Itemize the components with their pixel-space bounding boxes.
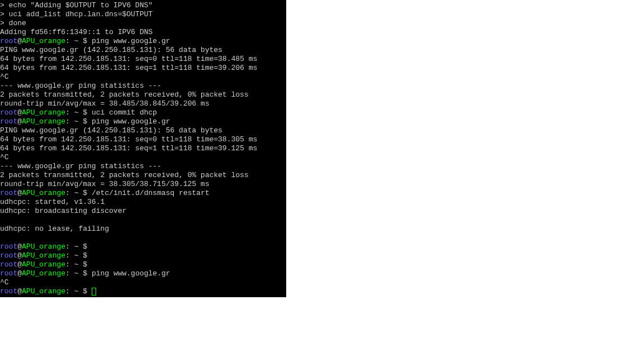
command-text: ping www.google.gr — [92, 269, 170, 278]
prompt-user: root — [0, 260, 17, 269]
terminal-prompt: root@APU_orange: ~ $ — [0, 242, 286, 251]
prompt-separator: : — [65, 287, 74, 296]
prompt-dollar: $ — [78, 117, 91, 126]
terminal-output-line: PING www.google.gr (142.250.185.131): 56… — [0, 46, 286, 55]
prompt-user: root — [0, 251, 17, 260]
prompt-user: root — [0, 108, 17, 117]
prompt-at: @ — [17, 189, 22, 197]
prompt-dollar: $ — [78, 108, 91, 117]
terminal-output-line: round-trip min/avg/max = 38.305/38.715/3… — [0, 180, 286, 189]
prompt-at: @ — [17, 108, 22, 117]
terminal-output-line: 2 packets transmitted, 2 packets receive… — [0, 90, 286, 99]
prompt-host: APU_orange — [22, 189, 65, 197]
prompt-separator: : — [65, 108, 74, 117]
terminal-output-line: udhcpc: started, v1.36.1 — [0, 198, 286, 207]
prompt-separator: : — [65, 189, 74, 197]
terminal-output-line: udhcpc: no lease, failing — [0, 225, 286, 234]
cursor-icon — [92, 288, 96, 296]
terminal-prompt: root@APU_orange: ~ $ — [0, 251, 286, 260]
terminal-window[interactable]: > echo "Adding $OUTPUT to IPV6 DNS"> uci… — [0, 0, 286, 297]
prompt-host: APU_orange — [22, 117, 65, 126]
terminal-prompt: root@APU_orange: ~ $ ping www.google.gr — [0, 269, 286, 278]
command-text: /etc/init.d/dnsmasq restart — [92, 189, 210, 197]
prompt-separator: : — [65, 260, 74, 269]
prompt-at: @ — [17, 269, 22, 278]
prompt-separator: : — [65, 117, 74, 126]
prompt-at: @ — [17, 117, 22, 126]
terminal-prompt: root@APU_orange: ~ $ ping www.google.gr — [0, 117, 286, 126]
prompt-user: root — [0, 242, 17, 251]
terminal-output-line: PING www.google.gr (142.250.185.131): 56… — [0, 126, 286, 135]
terminal-output-line: ^C — [0, 153, 286, 162]
prompt-dollar: $ — [78, 189, 91, 197]
prompt-user: root — [0, 287, 17, 296]
terminal-output-line: 64 bytes from 142.250.185.131: seq=1 ttl… — [0, 144, 286, 153]
terminal-blank-line — [0, 216, 286, 225]
terminal-output-line: > done — [0, 19, 286, 28]
prompt-user: root — [0, 269, 17, 278]
terminal-output-line: --- www.google.gr ping statistics --- — [0, 162, 286, 171]
terminal-blank-line — [0, 234, 286, 242]
terminal-output-line: ^C — [0, 73, 286, 82]
prompt-user: root — [0, 117, 17, 126]
command-text: ping www.google.gr — [92, 117, 170, 126]
prompt-dollar: $ — [78, 37, 91, 45]
terminal-prompt-active[interactable]: root@APU_orange: ~ $ — [0, 287, 286, 296]
prompt-user: root — [0, 37, 17, 45]
terminal-output-line: ^C — [0, 278, 286, 287]
prompt-dollar: $ — [78, 260, 91, 269]
command-text: ping www.google.gr — [92, 37, 170, 45]
terminal-prompt: root@APU_orange: ~ $ ping www.google.gr — [0, 37, 286, 46]
command-text: uci commit dhcp — [92, 108, 157, 117]
prompt-at: @ — [17, 287, 22, 296]
terminal-prompt: root@APU_orange: ~ $ — [0, 260, 286, 269]
prompt-separator: : — [65, 251, 74, 260]
prompt-dollar: $ — [78, 242, 91, 251]
prompt-at: @ — [17, 251, 22, 260]
terminal-output-line: > echo "Adding $OUTPUT to IPV6 DNS" — [0, 1, 286, 10]
prompt-at: @ — [17, 242, 22, 251]
terminal-output-line: --- www.google.gr ping statistics --- — [0, 82, 286, 90]
terminal-output-line: 2 packets transmitted, 2 packets receive… — [0, 171, 286, 180]
prompt-dollar: $ — [78, 269, 91, 278]
prompt-dollar: $ — [78, 287, 91, 296]
terminal-prompt: root@APU_orange: ~ $ uci commit dhcp — [0, 108, 286, 117]
prompt-host: APU_orange — [22, 260, 65, 269]
prompt-separator: : — [65, 37, 74, 45]
prompt-host: APU_orange — [22, 37, 65, 45]
prompt-host: APU_orange — [22, 251, 65, 260]
terminal-output-line: Adding fd56:ff6:1349::1 to IPV6 DNS — [0, 28, 286, 37]
terminal-output-line: round-trip min/avg/max = 38.485/38.845/3… — [0, 99, 286, 108]
terminal-output-line: 64 bytes from 142.250.185.131: seq=0 ttl… — [0, 55, 286, 64]
prompt-user: root — [0, 189, 17, 197]
prompt-host: APU_orange — [22, 287, 65, 296]
terminal-output-line: 64 bytes from 142.250.185.131: seq=1 ttl… — [0, 64, 286, 73]
prompt-separator: : — [65, 269, 74, 278]
prompt-at: @ — [17, 37, 22, 45]
terminal-prompt: root@APU_orange: ~ $ /etc/init.d/dnsmasq… — [0, 189, 286, 198]
prompt-host: APU_orange — [22, 108, 65, 117]
prompt-separator: : — [65, 242, 74, 251]
prompt-host: APU_orange — [22, 269, 65, 278]
prompt-at: @ — [17, 260, 22, 269]
terminal-output-line: > uci add_list dhcp.lan.dns=$OUTPUT — [0, 10, 286, 19]
terminal-output-line: udhcpc: broadcasting discover — [0, 207, 286, 216]
prompt-host: APU_orange — [22, 242, 65, 251]
terminal-output-line: 64 bytes from 142.250.185.131: seq=0 ttl… — [0, 135, 286, 144]
prompt-dollar: $ — [78, 251, 91, 260]
